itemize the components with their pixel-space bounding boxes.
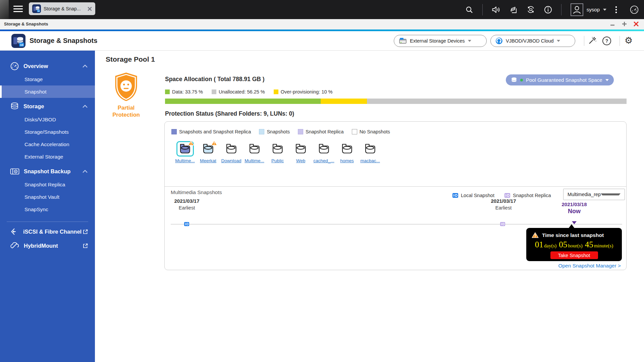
shared-folder-link[interactable]: Public <box>271 158 284 163</box>
desktop-edge <box>0 0 9 19</box>
shared-folder-link[interactable]: Multime... <box>175 158 195 163</box>
sidebar-item-snapshot-replica[interactable]: Snapshot Replica <box>0 178 95 191</box>
earliest-replica-date: 2021/03/17 Earliest <box>482 198 525 210</box>
app-header: 10 Storage & Snapshots External Storage … <box>0 31 644 51</box>
sidebar-item-storage-overview[interactable]: Storage <box>0 73 95 85</box>
sidebar-item-snapshot[interactable]: Snapshot <box>0 85 95 98</box>
now-marker-caret <box>572 221 577 224</box>
more-options-icon[interactable] <box>615 6 617 13</box>
shared-folder-icon <box>271 143 284 155</box>
background-tasks-icon[interactable] <box>509 6 518 14</box>
external-storage-devices-button[interactable]: External Storage Devices <box>394 35 487 47</box>
search-icon[interactable] <box>465 6 473 14</box>
shared-folder-icon <box>225 143 238 155</box>
warning-icon <box>211 140 217 146</box>
take-snapshot-button[interactable]: Take Snapshot <box>550 251 598 259</box>
external-link-icon <box>83 243 88 249</box>
legend-swatch <box>165 89 170 94</box>
shared-folders-row: Multime... <box>173 141 382 163</box>
dashboard-gauge-icon[interactable] <box>630 5 639 14</box>
sidebar-item-overview[interactable]: Overview <box>0 59 95 73</box>
time-since-snapshot-tooltip: Time since last snapshot 01day(s)05hour(… <box>526 228 622 261</box>
info-icon[interactable] <box>544 6 552 14</box>
sidebar-item-snapsync[interactable]: SnapSync <box>0 203 95 216</box>
minimize-button[interactable] <box>610 21 615 26</box>
legend-item: Snapshot Replica <box>298 129 344 134</box>
chevron-down-icon <box>468 40 471 42</box>
vjbod-cloud-button[interactable]: VJBOD/VJBOD Cloud <box>490 35 575 47</box>
shared-folder[interactable]: Multime... <box>243 141 266 163</box>
shared-folder[interactable]: Public <box>266 141 289 163</box>
shared-folder-icon <box>340 143 354 155</box>
replica-target-dropdown[interactable]: Multimedia_rep <box>563 189 625 200</box>
warning-icon <box>188 140 194 146</box>
sidebar-item-storage[interactable]: Storage <box>0 99 95 113</box>
close-button[interactable] <box>634 21 639 26</box>
sidebar-item-hybridmount[interactable]: HybridMount <box>0 239 95 253</box>
space-allocation-title: Space Allocation ( Total 788.91 GB ) <box>165 76 265 83</box>
app-tab-storage-snapshots[interactable]: 10 Storage & Snap... <box>29 2 95 15</box>
disk-icon <box>511 77 517 83</box>
sidebar-item-storage-snapshots[interactable]: Storage/Snapshots <box>0 126 95 138</box>
warning-icon <box>532 232 539 238</box>
shared-folder[interactable]: Multime... <box>173 141 197 163</box>
sidebar-item-snapshot-backup[interactable]: Snapshot Backup <box>0 164 95 178</box>
svg-text:10: 10 <box>20 43 23 47</box>
status-dot <box>520 79 523 81</box>
sync-notifications-icon[interactable] <box>527 5 535 14</box>
sidebar-item-iscsi-fibre-channel[interactable]: iSCSI & Fibre Channel <box>0 225 95 239</box>
maximize-button[interactable] <box>622 21 627 26</box>
window-title: Storage & Snapshots <box>4 21 48 26</box>
chevron-up-icon[interactable] <box>83 105 88 108</box>
local-snapshot-marker[interactable] <box>184 222 189 226</box>
avatar-icon <box>571 3 583 16</box>
tab-close-icon[interactable] <box>88 7 92 11</box>
help-icon[interactable]: ? <box>602 37 611 45</box>
recommended-wizard-wand-icon[interactable] <box>588 36 597 45</box>
snapshot-timeline[interactable] <box>171 224 622 225</box>
shared-folder[interactable]: Download <box>220 141 243 163</box>
pool-title: Storage Pool 1 <box>106 55 155 63</box>
timeline-legend: Local Snapshot Snapshot Replica <box>452 193 551 198</box>
open-snapshot-manager-link[interactable]: Open Snapshot Manager > <box>558 263 621 269</box>
shared-folder[interactable]: homes <box>335 141 359 163</box>
shared-folder-link[interactable]: Multime... <box>245 158 264 163</box>
bar-segment <box>321 99 367 104</box>
sidebar-item-disks-vjbod[interactable]: Disks/VJBOD <box>0 113 95 126</box>
shared-folder[interactable]: cached_... <box>312 141 335 163</box>
username: sysop <box>587 7 600 12</box>
snapshot-replica-marker[interactable] <box>500 222 505 226</box>
shared-folder[interactable]: Web <box>289 141 312 163</box>
partial-protection-shield-icon <box>113 72 140 102</box>
shared-folder-link[interactable]: Meerkat <box>200 158 216 163</box>
sidebar-item-external-storage[interactable]: External Storage <box>0 150 95 163</box>
shared-folder[interactable]: macbac... <box>359 141 382 163</box>
sidebar-item-snapshot-vault[interactable]: Snapshot Vault <box>0 191 95 203</box>
chevron-up-icon[interactable] <box>83 65 88 68</box>
shared-folder-link[interactable]: homes <box>340 158 354 163</box>
shared-folder-link[interactable]: Web <box>296 158 306 163</box>
user-menu[interactable]: sysop <box>571 3 606 16</box>
iscsi-icon <box>10 227 19 236</box>
shared-folder[interactable]: Meerkat <box>197 141 220 163</box>
chevron-up-icon[interactable] <box>83 170 88 173</box>
sidebar-nav: Overview Storage Snapshot Storage Disks/… <box>0 51 95 362</box>
shared-folder-link[interactable]: Download <box>221 158 241 163</box>
main-content: Storage Pool 1 Partial Protection Space … <box>95 51 644 362</box>
bar-segment <box>367 99 627 104</box>
volume-icon[interactable] <box>492 6 500 13</box>
local-snapshot-legend: Local Snapshot <box>452 193 494 198</box>
svg-text:10: 10 <box>38 10 40 12</box>
main-menu-button[interactable] <box>13 6 23 13</box>
settings-gear-icon[interactable]: ⚙ <box>625 36 633 45</box>
snapshot-camera-icon <box>10 167 19 175</box>
vjbod-icon <box>495 37 503 45</box>
sidebar-item-cache-acceleration[interactable]: Cache Acceleration <box>0 138 95 150</box>
shared-folder-link[interactable]: cached_... <box>313 158 334 163</box>
legend-swatch <box>298 129 303 134</box>
tooltip-title: Time since last snapshot <box>542 232 604 238</box>
legend-item: Snapshots and Snapshot Replica <box>171 129 251 134</box>
external-link-icon <box>83 229 88 235</box>
pool-guaranteed-snapshot-space-button[interactable]: Pool Guaranteed Snapshot Space <box>506 74 614 85</box>
shared-folder-link[interactable]: macbac... <box>360 158 380 163</box>
